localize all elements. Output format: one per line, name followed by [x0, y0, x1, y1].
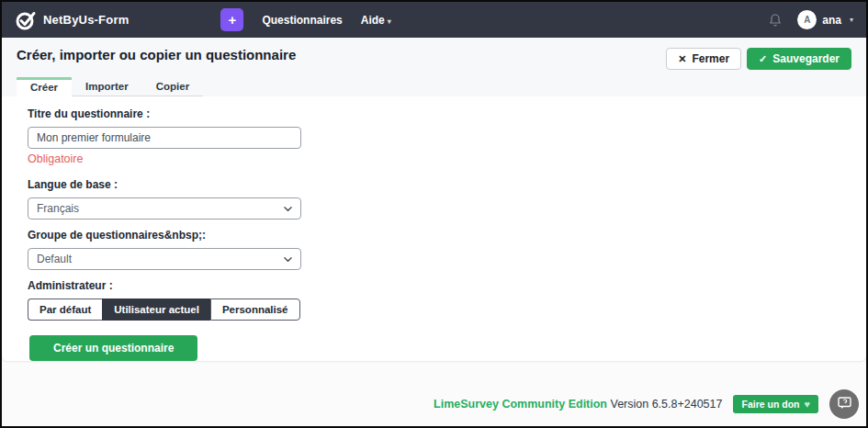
check-icon: ✓ — [759, 53, 767, 65]
admin-field-label: Administrateur : — [28, 279, 851, 292]
nav-right: A ana ▾ — [768, 10, 853, 29]
version-line: LimeSurvey Community Edition Version 6.5… — [434, 398, 722, 411]
app-window: NetByUs-Form + Questionnaires Aide▾ A an… — [0, 0, 868, 428]
user-menu[interactable]: A ana ▾ — [797, 10, 853, 29]
admin-option-current-user[interactable]: Utilisateur actuel — [102, 298, 210, 321]
notifications-bell-icon[interactable] — [768, 13, 783, 28]
user-avatar: A — [797, 10, 817, 29]
required-hint: Obligatoire — [28, 152, 851, 165]
feedback-button[interactable] — [829, 389, 859, 419]
nav-center: + Questionnaires Aide▾ — [220, 8, 390, 31]
chevron-down-icon — [284, 205, 292, 213]
page-header: Créer, importer ou copier un questionnai… — [2, 38, 866, 96]
chevron-down-icon: ▾ — [850, 16, 853, 24]
save-button-label: Sauvegarder — [772, 52, 840, 65]
close-button[interactable]: ✕ Fermer — [666, 48, 741, 70]
close-icon: ✕ — [678, 53, 686, 65]
brand-name: NetByUs-Form — [43, 13, 129, 27]
save-button[interactable]: ✓ Sauvegarder — [747, 48, 851, 70]
nav-item-help[interactable]: Aide▾ — [361, 14, 391, 27]
questionnaire-title-input[interactable] — [28, 127, 301, 149]
close-button-label: Fermer — [692, 52, 729, 65]
language-field-label: Langue de base : — [28, 178, 851, 191]
user-name: ana — [822, 14, 841, 27]
create-questionnaire-button[interactable]: Créer un questionnaire — [29, 335, 197, 361]
page-title: Créer, importer ou copier un questionnai… — [17, 46, 296, 64]
questionnaire-group-select[interactable]: Default — [28, 248, 301, 270]
nav-item-questionnaires[interactable]: Questionnaires — [262, 14, 342, 27]
administrator-button-group: Par défaut Utilisateur actuel Personnali… — [28, 298, 851, 321]
top-navbar: NetByUs-Form + Questionnaires Aide▾ A an… — [2, 2, 866, 38]
limesurvey-logo-icon — [15, 9, 37, 31]
feedback-chat-icon — [838, 397, 851, 412]
tab-copier[interactable]: Copier — [142, 77, 203, 96]
title-field-label: Titre du questionnaire : — [28, 107, 851, 120]
add-questionnaire-button[interactable]: + — [220, 8, 243, 31]
tab-importer[interactable]: Importer — [72, 77, 142, 96]
create-questionnaire-panel: Titre du questionnaire : Obligatoire Lan… — [2, 96, 866, 361]
admin-option-default[interactable]: Par défaut — [28, 298, 102, 321]
chevron-down-icon: ▾ — [388, 17, 391, 26]
donate-button[interactable]: Faire un don ♥ — [733, 395, 818, 413]
header-actions: ✕ Fermer ✓ Sauvegarder — [666, 46, 851, 70]
admin-option-custom[interactable]: Personnalisé — [210, 298, 300, 321]
group-field-label: Groupe de questionnaires&nbsp;: — [28, 229, 851, 242]
chevron-down-icon — [284, 255, 292, 264]
base-language-value: Français — [37, 202, 79, 215]
tab-bar: Créer Importer Copier — [17, 77, 851, 96]
heart-icon: ♥ — [804, 399, 810, 410]
version-text: Version 6.5.8+240517 — [607, 398, 722, 411]
questionnaire-group-value: Default — [37, 253, 72, 265]
base-language-select[interactable]: Français — [28, 197, 301, 220]
tab-creer[interactable]: Créer — [17, 77, 72, 96]
footer: LimeSurvey Community Edition Version 6.5… — [434, 389, 859, 419]
nav-help-label: Aide — [361, 14, 385, 27]
donate-button-label: Faire un don — [741, 399, 799, 410]
limesurvey-link[interactable]: LimeSurvey Community Edition — [434, 398, 607, 411]
brand[interactable]: NetByUs-Form — [15, 9, 129, 31]
